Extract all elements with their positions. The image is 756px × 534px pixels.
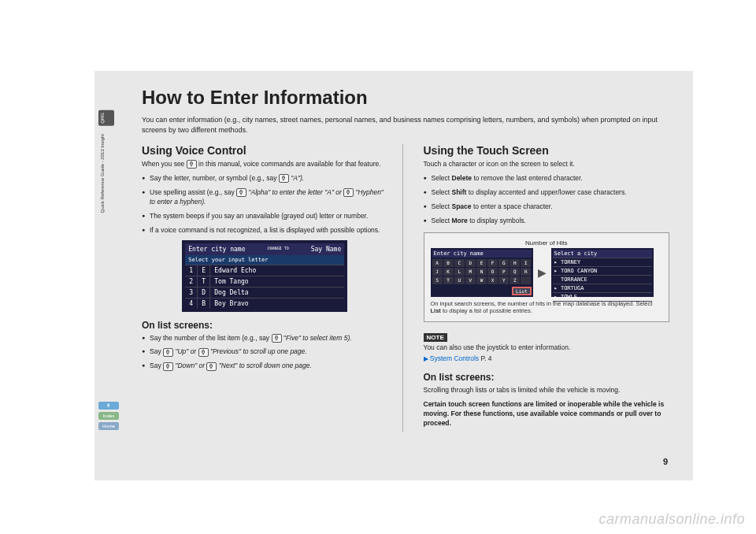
list-screenshot: Select a city ▸ TORNEY ▸ TORO CANYON TOR…: [551, 248, 654, 297]
page-title: How to Enter Information: [142, 87, 669, 109]
kbd-keys: ABCDEFGHI JKLMNOPQR STUVWXYZ: [432, 259, 532, 284]
voice-icon: 🎙: [279, 174, 289, 183]
hits-label: Number of Hits: [431, 239, 663, 247]
note-text: You can also use the joystick to enter i…: [424, 343, 670, 353]
touch-list-desc: Scrolling through lists or tabs is limit…: [424, 386, 670, 395]
list-button-highlight: List: [512, 287, 531, 295]
keyboard-screenshot: Enter city name ABCDEFGHI JKLMNOPQR STUV…: [431, 248, 533, 297]
document-page: How to Enter Information You can enter i…: [94, 71, 693, 480]
tab-index[interactable]: Index: [98, 412, 119, 420]
touch-bullets: Select Delete to remove the last entered…: [424, 174, 670, 226]
touch-desc: Touch a character or icon on the screen …: [424, 160, 670, 169]
touch-bullet-4: Select More to display symbols.: [424, 217, 670, 226]
system-controls-link[interactable]: ▶ System Controls P. 4: [424, 354, 670, 364]
voice-bullet-1: Say the letter, number, or symbol (e.g.,…: [142, 174, 388, 184]
voice-title: Using Voice Control: [142, 144, 388, 157]
tab-voice[interactable]: 🎙: [98, 402, 119, 410]
page-number: 9: [663, 457, 668, 466]
voice-bullet-2: Use spelling assist (e.g., say 🎙 "Alpha"…: [142, 188, 388, 207]
touch-column: Using the Touch Screen Touch a character…: [422, 144, 670, 432]
sidebar: QRG Quick Reference Guide - 2013 Insight: [98, 110, 108, 347]
voice-icon: 🎙: [343, 188, 354, 197]
touch-bullet-2: Select Shift to display accented and upp…: [424, 188, 670, 198]
bottom-tabs: 🎙 Index Home: [98, 402, 119, 432]
intro-text: You can enter information (e.g., city na…: [142, 115, 669, 135]
touch-list-title: On list screens:: [424, 372, 670, 383]
shot-title: Enter city name: [188, 246, 245, 253]
voice-bullet-3: The system beeps if you say an unavailab…: [142, 212, 388, 221]
voice-bullets: Say the letter, number, or symbol (e.g.,…: [142, 174, 388, 235]
touch-screenshot-box: Number of Hits Enter city name ABCDEFGHI…: [424, 232, 670, 323]
shot-title-r: Say Name: [311, 246, 342, 253]
note-badge: NOTE: [424, 333, 447, 342]
voice-column: Using Voice Control When you see 🎙 in th…: [142, 144, 403, 432]
shot-row: 4BBoy Bravo: [185, 298, 344, 309]
voice-icon: 🎙: [272, 334, 282, 343]
voice-icon: 🎙: [163, 348, 173, 357]
watermark: carmanualsonline.info: [598, 511, 745, 528]
tab-qrg[interactable]: QRG: [98, 110, 114, 126]
voice-icon: 🎙: [187, 160, 197, 169]
touch-title: Using the Touch Screen: [424, 144, 670, 157]
voice-bullet-4: If a voice command is not recognized, a …: [142, 226, 388, 235]
voice-icon: 🎙: [163, 362, 173, 371]
touch-bullet-1: Select Delete to remove the last entered…: [424, 174, 670, 184]
shot-change: CHANGE TO: [268, 246, 289, 253]
voice-icon: 🎙: [198, 348, 209, 357]
voice-list-bullets: Say the number of the list item (e.g., s…: [142, 334, 388, 372]
tab-home[interactable]: Home: [98, 422, 119, 430]
shot-row: 2TTom Tango: [185, 276, 344, 287]
tab-guide: Quick Reference Guide - 2013 Insight: [98, 132, 114, 214]
voice-desc: When you see 🎙 in this manual, voice com…: [142, 160, 388, 169]
voice-list-title: On list screens:: [142, 320, 388, 331]
voice-icon: 🎙: [236, 188, 246, 197]
touch-list-bold: Certain touch screen functions are limit…: [424, 400, 670, 428]
list-bullet-2: Say 🎙 "Up" or 🎙 "Previous" to scroll up …: [142, 347, 388, 357]
shot-row: 3DDog Delta: [185, 287, 344, 298]
arrow-icon: ▶: [538, 266, 547, 279]
voice-icon: 🎙: [206, 362, 217, 371]
list-bullet-3: Say 🎙 "Down" or 🎙 "Next" to scroll down …: [142, 362, 388, 371]
content-columns: Using Voice Control When you see 🎙 in th…: [142, 144, 669, 432]
shot-subtitle: Select your input letter: [185, 255, 344, 265]
touch-bullet-3: Select Space to enter a space character.: [424, 202, 670, 212]
shot-row: 1EEdward Echo: [185, 265, 344, 276]
list-bullet-1: Say the number of the list item (e.g., s…: [142, 334, 388, 343]
voice-screenshot: Enter city name CHANGE TO Say Name Selec…: [182, 240, 347, 312]
